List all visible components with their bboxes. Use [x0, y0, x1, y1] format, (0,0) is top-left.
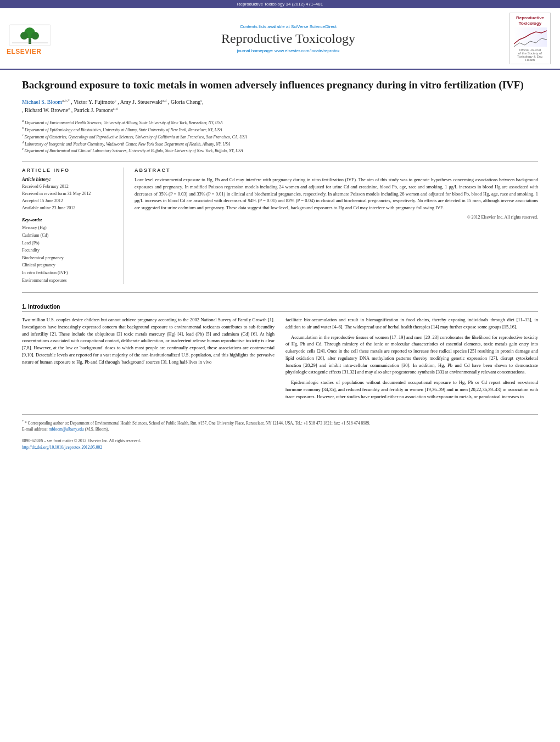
received-date: Received 6 February 2012: [22, 184, 69, 189]
elsevier-tree-icon: [7, 22, 53, 47]
journal-header-center: Contents lists available at SciVerse Sci…: [67, 24, 509, 53]
divider1: [22, 161, 538, 162]
footnote-area: * * Corresponding author at: Department …: [22, 414, 538, 432]
divider2: [22, 292, 538, 293]
rt-mini-chart: [514, 27, 547, 47]
rt-journal-title: ReproductiveToxicology: [512, 15, 548, 26]
svg-point-4: [31, 32, 39, 40]
corresponding-author-note: * * Corresponding author at: Department …: [22, 419, 538, 426]
abstract-title: ABSTRACT: [135, 168, 538, 173]
rt-logo-area: ReproductiveToxicology Official Journalo…: [509, 13, 553, 64]
keywords-section: Keywords: Mercury (Hg) Cadmium (Cd) Lead…: [22, 217, 117, 284]
author3-sup: a,d: [162, 98, 166, 103]
journal-citation: Reproductive Toxicology 34 (2012) 471–48…: [237, 2, 323, 7]
body-para-right2: Accumulation in the reproductive tissues…: [285, 334, 538, 376]
author4: , Gloria Cheng: [168, 99, 200, 105]
body-two-col: Two-million U.S. couples desire children…: [22, 316, 538, 403]
page-wrapper: Reproductive Toxicology 34 (2012) 471–48…: [0, 0, 560, 742]
available-date: Available online 23 June 2012: [22, 205, 75, 210]
abstract-column: ABSTRACT Low-level environmental exposur…: [135, 168, 538, 284]
article-title: Background exposure to toxic metals in w…: [22, 78, 538, 92]
top-bar: Reproductive Toxicology 34 (2012) 471–48…: [0, 0, 560, 8]
elsevier-wordmark: ELSEVIER: [7, 48, 41, 55]
author6-sup: a,d: [113, 107, 117, 111]
author2: , Victor Y. Fujimoto: [71, 99, 115, 105]
issn-line: 0890-6238/$ – see front matter © 2012 El…: [22, 438, 538, 444]
article-content: Background exposure to toxic metals in w…: [0, 70, 560, 461]
article-info-title: ARTICLE INFO: [22, 168, 117, 173]
body-para1: Two-million U.S. couples desire children…: [22, 316, 275, 365]
keywords-list: Mercury (Hg) Cadmium (Cd) Lead (Pb) Fecu…: [22, 224, 117, 284]
author2-sup: c: [115, 98, 116, 103]
doi-link[interactable]: http://dx.doi.org/10.1016/j.reprotox.201…: [22, 445, 102, 450]
body-col-left: Two-million U.S. couples desire children…: [22, 316, 275, 403]
author3: , Amy J. Steuerwald: [117, 99, 162, 105]
info-abstract-layout: ARTICLE INFO Article history: Received 6…: [22, 168, 538, 284]
body-col-right: facilitate bio-accumulation and result i…: [285, 316, 538, 403]
section1-title: 1. Introduction: [22, 304, 538, 312]
elsevier-logo-area: ELSEVIER: [7, 22, 67, 55]
bottom-bar: 0890-6238/$ – see front matter © 2012 El…: [22, 438, 538, 450]
article-history-title: Article history:: [22, 176, 117, 182]
article-info-column: ARTICLE INFO Article history: Received 6…: [22, 168, 124, 284]
author1-sup: a,b,*: [62, 98, 70, 103]
body-para-right3: Epidemiologic studies of populations wit…: [285, 379, 538, 400]
copyright-line: © 2012 Elsevier Inc. All rights reserved…: [135, 215, 538, 220]
email-line: E-mail address: mbloom@albany.edu (M.S. …: [22, 426, 538, 432]
body-para-right1: facilitate bio-accumulation and result i…: [285, 316, 538, 331]
svg-rect-1: [29, 38, 31, 44]
article-dates: Received 6 February 2012 Received in rev…: [22, 183, 117, 211]
author-line-break: ,: [202, 99, 204, 105]
svg-point-3: [20, 32, 28, 40]
abstract-text: Low-level environmental exposure to Hg, …: [135, 176, 538, 211]
affiliations: a Department of Environmental Health Sci…: [22, 119, 538, 154]
doi-line: http://dx.doi.org/10.1016/j.reprotox.201…: [22, 444, 538, 450]
author6: , Patrick J. Parsons: [71, 107, 113, 113]
revised-date: Received in revised form 31 May 2012: [22, 191, 91, 196]
journal-title: Reproductive Toxicology: [78, 31, 499, 46]
author1: Michael S. Bloom: [22, 99, 62, 105]
rt-logo-box: ReproductiveToxicology Official Journalo…: [509, 13, 551, 64]
authors-line: Michael S. Blooma,b,* , Victor Y. Fujimo…: [22, 98, 538, 115]
keywords-title: Keywords:: [22, 217, 117, 222]
sciverse-link: Contents lists available at SciVerse Sci…: [78, 24, 499, 29]
accepted-date: Accepted 15 June 2012: [22, 198, 63, 203]
journal-header: ELSEVIER Contents lists available at Sci…: [0, 8, 560, 70]
author5: , Richard W. Browne: [22, 107, 68, 113]
email-link[interactable]: mbloom@albany.edu: [49, 427, 84, 432]
journal-homepage: journal homepage: www.elsevier.com/locat…: [78, 48, 499, 53]
article-body: 1. Introduction Two-million U.S. couples…: [22, 304, 538, 403]
author5-sup: e: [68, 107, 70, 111]
rt-publisher-info: Official Journalof the Society ofToxicol…: [512, 48, 548, 62]
